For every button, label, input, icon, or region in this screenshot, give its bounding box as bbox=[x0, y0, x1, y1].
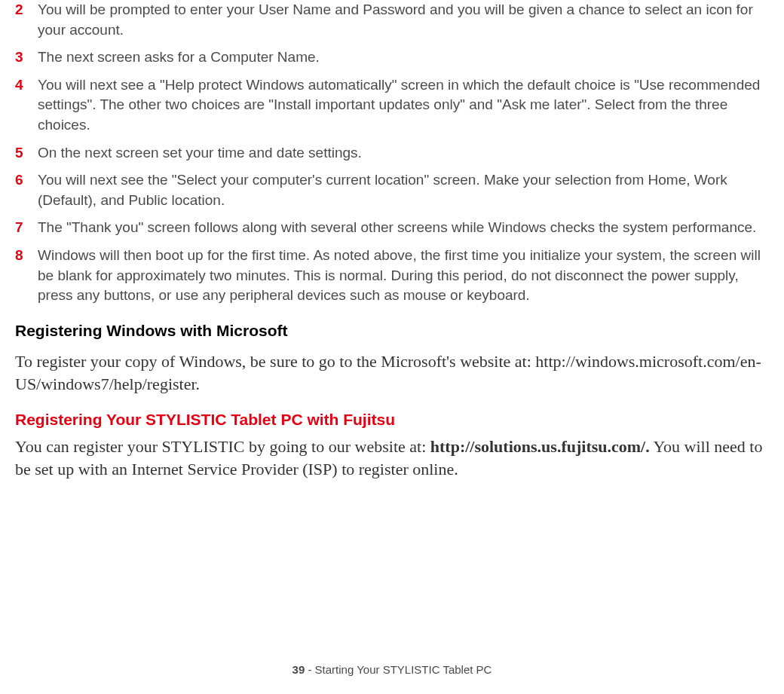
step-text: The next screen asks for a Computer Name… bbox=[38, 47, 769, 68]
step-text: The "Thank you" screen follows along wit… bbox=[38, 218, 769, 238]
step-number: 3 bbox=[15, 47, 38, 68]
step-item: 4 You will next see a "Help protect Wind… bbox=[15, 75, 769, 136]
step-number: 6 bbox=[15, 170, 38, 191]
page-footer: 39 - Starting Your STYLISTIC Tablet PC bbox=[0, 662, 784, 677]
step-item: 8 Windows will then boot up for the firs… bbox=[15, 246, 769, 306]
page-content: 2 You will be prompted to enter your Use… bbox=[0, 0, 784, 480]
page-number: 39 bbox=[292, 663, 305, 676]
body-registering-fujitsu: You can register your STYLISTIC by going… bbox=[15, 436, 769, 480]
body-pre: You can register your STYLISTIC by going… bbox=[15, 437, 430, 456]
body-registering-windows: To register your copy of Windows, be sur… bbox=[15, 350, 769, 395]
step-item: 7 The "Thank you" screen follows along w… bbox=[15, 218, 769, 238]
footer-title: Starting Your STYLISTIC Tablet PC bbox=[315, 663, 492, 676]
step-item: 3 The next screen asks for a Computer Na… bbox=[15, 47, 769, 68]
step-text: You will next see a "Help protect Window… bbox=[38, 75, 769, 136]
step-item: 2 You will be prompted to enter your Use… bbox=[15, 0, 769, 40]
step-number: 4 bbox=[15, 75, 38, 96]
step-item: 5 On the next screen set your time and d… bbox=[15, 143, 769, 164]
footer-sep: - bbox=[305, 663, 314, 676]
step-text: You will next see the "Select your compu… bbox=[38, 170, 769, 210]
step-number: 8 bbox=[15, 246, 38, 266]
step-number: 7 bbox=[15, 218, 38, 238]
step-text: On the next screen set your time and dat… bbox=[38, 143, 769, 164]
body-bold-url: http://solutions.us.fujitsu.com/. bbox=[430, 437, 650, 456]
heading-registering-fujitsu: Registering Your STYLISTIC Tablet PC wit… bbox=[15, 408, 769, 430]
step-item: 6 You will next see the "Select your com… bbox=[15, 170, 769, 210]
step-number: 5 bbox=[15, 143, 38, 164]
heading-registering-windows: Registering Windows with Microsoft bbox=[15, 319, 769, 341]
step-text: You will be prompted to enter your User … bbox=[38, 0, 769, 40]
step-text: Windows will then boot up for the first … bbox=[38, 246, 769, 306]
step-number: 2 bbox=[15, 0, 38, 20]
